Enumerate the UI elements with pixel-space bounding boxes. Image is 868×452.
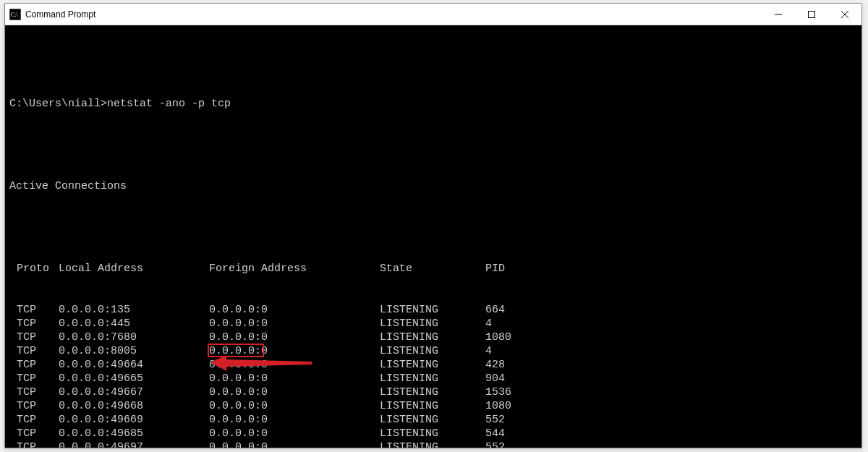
prompt-line-1: C:\Users\niall>netstat -ano -p tcp bbox=[9, 97, 857, 111]
cell-state: LISTENING bbox=[380, 303, 485, 317]
table-row: TCP0.0.0.0:80050.0.0.0:0LISTENING4 bbox=[9, 344, 857, 358]
cell-local: 0.0.0.0:49685 bbox=[59, 427, 209, 440]
cell-state: LISTENING bbox=[380, 413, 485, 427]
table-row: TCP0.0.0.0:496970.0.0.0:0LISTENING552 bbox=[9, 440, 857, 448]
cell-pid: 552 bbox=[485, 440, 543, 448]
table-row: TCP0.0.0.0:496680.0.0.0:0LISTENING1080 bbox=[9, 399, 857, 413]
title-bar: C:\ Command Prompt bbox=[5, 4, 861, 25]
close-button[interactable] bbox=[828, 4, 861, 25]
cell-proto: TCP bbox=[9, 331, 59, 344]
window-controls bbox=[762, 4, 861, 25]
cell-local: 0.0.0.0:7680 bbox=[59, 331, 209, 344]
cell-pid: 1536 bbox=[485, 385, 543, 399]
cell-foreign: 0.0.0.0:0 bbox=[209, 344, 380, 358]
cell-proto: TCP bbox=[9, 303, 59, 317]
cell-state: LISTENING bbox=[380, 317, 485, 331]
cmd-icon: C:\ bbox=[9, 9, 21, 20]
blank-line bbox=[9, 56, 857, 69]
table-row: TCP0.0.0.0:76800.0.0.0:0LISTENING1080 bbox=[9, 331, 857, 344]
cell-foreign: 0.0.0.0:0 bbox=[209, 317, 380, 331]
command-prompt-window: C:\ Command Prompt C:\Users\niall>netsta… bbox=[4, 3, 862, 448]
prompt-path: C:\Users\niall> bbox=[9, 98, 107, 110]
cell-pid: 664 bbox=[485, 303, 543, 317]
header-pid: PID bbox=[485, 262, 543, 276]
table-row: TCP0.0.0.0:496850.0.0.0:0LISTENING544 bbox=[9, 427, 857, 440]
cell-state: LISTENING bbox=[380, 440, 485, 448]
cell-proto: TCP bbox=[9, 372, 59, 385]
table-row: TCP0.0.0.0:496650.0.0.0:0LISTENING904 bbox=[9, 372, 857, 385]
cell-foreign: 0.0.0.0:0 bbox=[209, 385, 380, 399]
cell-local: 0.0.0.0:49667 bbox=[59, 385, 209, 399]
cell-foreign: 0.0.0.0:0 bbox=[209, 358, 380, 372]
svg-text:C:\: C:\ bbox=[11, 12, 19, 18]
cell-pid: 4 bbox=[485, 317, 543, 331]
table-row: TCP0.0.0.0:496640.0.0.0:0LISTENING428 bbox=[9, 358, 857, 372]
blank-line bbox=[9, 221, 857, 234]
cell-foreign: 0.0.0.0:0 bbox=[209, 399, 380, 413]
cell-local: 0.0.0.0:49668 bbox=[59, 399, 209, 413]
cell-proto: TCP bbox=[9, 385, 59, 399]
cell-proto: TCP bbox=[9, 427, 59, 440]
cell-foreign: 0.0.0.0:0 bbox=[209, 413, 380, 427]
table-row: TCP0.0.0.0:1350.0.0.0:0LISTENING664 bbox=[9, 303, 857, 317]
cell-proto: TCP bbox=[9, 440, 59, 448]
cell-pid: 1080 bbox=[485, 331, 543, 344]
cell-local: 0.0.0.0:49669 bbox=[59, 413, 209, 427]
header-local: Local Address bbox=[59, 262, 209, 276]
cell-state: LISTENING bbox=[380, 399, 485, 413]
section-header: Active Connections bbox=[9, 179, 857, 193]
header-state: State bbox=[380, 262, 485, 276]
cell-pid: 428 bbox=[485, 358, 543, 372]
table-body: TCP0.0.0.0:1350.0.0.0:0LISTENING664TCP0.… bbox=[9, 303, 857, 448]
blank-line bbox=[9, 138, 857, 152]
minimize-button[interactable] bbox=[762, 4, 795, 25]
cell-foreign: 0.0.0.0:0 bbox=[209, 331, 380, 344]
cell-proto: TCP bbox=[9, 358, 59, 372]
cell-proto: TCP bbox=[9, 317, 59, 331]
cell-pid: 1080 bbox=[485, 399, 543, 413]
table-row: TCP0.0.0.0:496690.0.0.0:0LISTENING552 bbox=[9, 413, 857, 427]
cell-local: 0.0.0.0:135 bbox=[59, 303, 209, 317]
cell-state: LISTENING bbox=[380, 385, 485, 399]
table-row: TCP0.0.0.0:4450.0.0.0:0LISTENING4 bbox=[9, 317, 857, 331]
cell-local: 0.0.0.0:49665 bbox=[59, 372, 209, 385]
cell-local: 0.0.0.0:445 bbox=[59, 317, 209, 331]
command-text: netstat -ano -p tcp bbox=[107, 98, 231, 110]
cell-pid: 552 bbox=[485, 413, 543, 427]
cell-state: LISTENING bbox=[380, 344, 485, 358]
terminal-output[interactable]: C:\Users\niall>netstat -ano -p tcp Activ… bbox=[5, 25, 861, 448]
cell-local: 0.0.0.0:8005 bbox=[59, 344, 209, 358]
cell-local: 0.0.0.0:49664 bbox=[59, 358, 209, 372]
maximize-button[interactable] bbox=[795, 4, 828, 25]
cell-pid: 544 bbox=[485, 427, 543, 440]
cell-state: LISTENING bbox=[380, 358, 485, 372]
cell-foreign: 0.0.0.0:0 bbox=[209, 303, 380, 317]
cell-pid: 904 bbox=[485, 372, 543, 385]
cell-state: LISTENING bbox=[380, 427, 485, 440]
cell-foreign: 0.0.0.0:0 bbox=[209, 372, 380, 385]
table-header-row: Proto Local Address Foreign Address Stat… bbox=[9, 262, 857, 276]
cell-proto: TCP bbox=[9, 344, 59, 358]
cell-proto: TCP bbox=[9, 413, 59, 427]
window-title: Command Prompt bbox=[25, 9, 762, 20]
header-proto: Proto bbox=[9, 262, 59, 276]
svg-rect-4 bbox=[809, 11, 815, 17]
cell-state: LISTENING bbox=[380, 331, 485, 344]
cell-proto: TCP bbox=[9, 399, 59, 413]
header-foreign: Foreign Address bbox=[209, 262, 380, 276]
cell-local: 0.0.0.0:49697 bbox=[59, 440, 209, 448]
table-row: TCP0.0.0.0:496670.0.0.0:0LISTENING1536 bbox=[9, 385, 857, 399]
cell-foreign: 0.0.0.0:0 bbox=[209, 440, 380, 448]
cell-foreign: 0.0.0.0:0 bbox=[209, 427, 380, 440]
cell-state: LISTENING bbox=[380, 372, 485, 385]
cell-pid: 4 bbox=[485, 344, 543, 358]
